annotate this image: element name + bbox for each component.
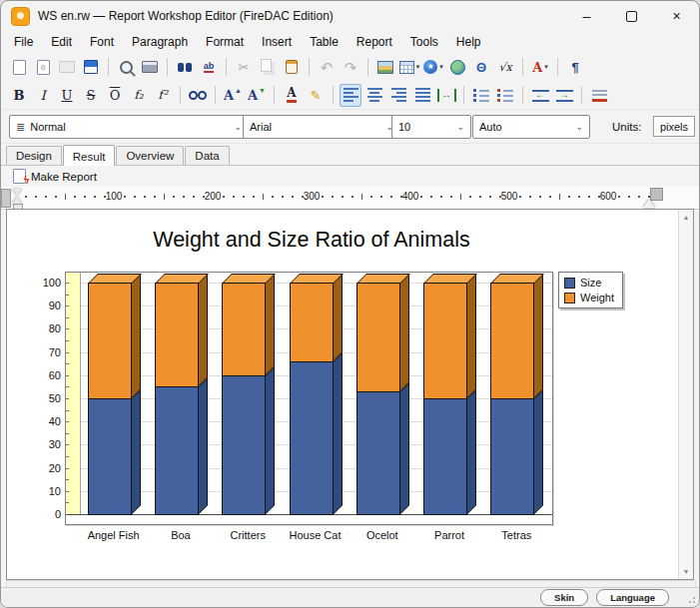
ruler-tick <box>539 196 541 198</box>
font-combo[interactable]: Arial ⌄ <box>243 115 400 139</box>
outdent-icon[interactable]: ← <box>529 84 551 107</box>
paste-icon[interactable] <box>281 56 303 79</box>
ruler-tick <box>489 196 491 198</box>
style-combo[interactable]: ≣ Normal ⌄ <box>9 115 249 139</box>
vertical-scrollbar[interactable]: ▲ ▼ <box>678 210 693 579</box>
superscript-icon[interactable]: f² <box>152 84 174 107</box>
menu-report[interactable]: Report <box>348 33 401 51</box>
menu-table[interactable]: Table <box>301 33 348 51</box>
insert-image-icon[interactable] <box>374 56 396 79</box>
insert-table-icon[interactable]: ▾ <box>398 56 420 79</box>
ruler-tick <box>460 194 461 200</box>
insert-formula-icon[interactable]: √x <box>494 56 516 79</box>
redo-icon: ↷ <box>345 60 357 75</box>
insert-shape-icon[interactable]: ★▾ <box>422 56 444 79</box>
font-color-icon[interactable]: A <box>281 84 303 107</box>
ruler-tick <box>440 196 442 198</box>
horizontal-rule-icon[interactable] <box>588 84 610 107</box>
menu-insert[interactable]: Insert <box>253 33 301 51</box>
align-right-icon[interactable] <box>387 84 409 107</box>
spacing-icon: ↔ <box>437 89 456 102</box>
insert-symbol-icon[interactable]: Θ <box>470 56 492 79</box>
spacing-icon[interactable]: ↔ <box>435 84 457 107</box>
glasses-icon[interactable] <box>187 84 209 107</box>
align-center-icon[interactable] <box>363 84 385 107</box>
make-report-icon: ϟ <box>13 169 26 184</box>
menu-format[interactable]: Format <box>197 33 253 51</box>
menu-edit[interactable]: Edit <box>42 33 81 51</box>
ruler-tick <box>282 196 284 198</box>
skin-button[interactable]: Skin <box>540 589 588 606</box>
replace-icon[interactable]: ab <box>198 56 220 79</box>
bold-icon[interactable]: B <box>8 84 30 107</box>
maximize-icon <box>626 11 637 22</box>
legend-label: Size <box>580 277 601 289</box>
bar-side-face <box>533 389 543 515</box>
outdent-icon: ← <box>532 89 549 102</box>
ruler-tick <box>499 196 501 198</box>
toolbar-separator <box>367 58 368 76</box>
tab-result[interactable]: Result <box>63 145 116 166</box>
units-value[interactable]: pixels <box>653 116 695 137</box>
ruler-tick <box>559 194 560 200</box>
highlight-icon[interactable]: ✎ <box>305 84 327 107</box>
ruler-tick <box>479 196 481 198</box>
chevron-down-icon: ⌄ <box>575 122 583 132</box>
shrink-font-icon[interactable]: A▼ <box>246 84 268 107</box>
numbered-list-icon[interactable] <box>494 84 516 107</box>
subscript-icon[interactable]: f₂ <box>128 84 150 107</box>
align-left-icon[interactable] <box>340 84 361 107</box>
first-line-indent-marker[interactable] <box>12 189 22 196</box>
horizontal-rule-icon <box>592 89 607 102</box>
print-preview-icon[interactable] <box>115 56 137 79</box>
bullet-list-icon[interactable] <box>470 84 492 107</box>
save-icon[interactable] <box>80 56 102 79</box>
left-indent-marker[interactable] <box>12 197 22 204</box>
lightning-icon: ϟ <box>24 176 29 186</box>
dropdown-arrow-icon: ▾ <box>439 63 443 71</box>
find-icon[interactable] <box>174 56 196 79</box>
make-report-button[interactable]: ϟ Make Report <box>8 168 102 185</box>
y-axis-label: 0 <box>17 508 61 520</box>
tab-data[interactable]: Data <box>185 146 229 165</box>
menu-font[interactable]: Font <box>81 33 123 51</box>
ruler-tick <box>45 196 47 198</box>
underline-icon[interactable]: U <box>56 84 78 107</box>
ruler-tick <box>361 194 362 200</box>
language-button[interactable]: Language <box>596 589 669 606</box>
hyperlink-icon[interactable] <box>446 56 468 79</box>
replace-icon: ab <box>204 62 215 73</box>
italic-icon[interactable]: I <box>32 84 54 107</box>
tab-design[interactable]: Design <box>6 146 62 165</box>
insert-symbol-icon: Θ <box>476 61 486 74</box>
bar-segment <box>222 375 266 515</box>
chevron-down-icon: ⌄ <box>234 122 242 132</box>
maximize-button[interactable] <box>609 1 654 31</box>
justify-icon[interactable] <box>411 84 433 107</box>
indent-icon[interactable]: → <box>553 84 575 107</box>
print-icon[interactable] <box>139 56 161 79</box>
minimize-button[interactable]: – <box>564 1 609 31</box>
font-size-combo[interactable]: 10 ⌄ <box>391 115 471 139</box>
scroll-up-icon[interactable]: ▲ <box>679 214 693 221</box>
hyperlink-icon <box>450 60 465 75</box>
font-dialog-icon[interactable]: A▾ <box>529 56 551 79</box>
formatting-marks-icon[interactable]: ¶ <box>564 56 586 79</box>
overline-icon[interactable]: O <box>104 84 126 107</box>
zoom-combo[interactable]: Auto ⌄ <box>472 115 590 139</box>
grow-font-icon[interactable]: A▲ <box>222 84 244 107</box>
menu-file[interactable]: File <box>5 33 42 51</box>
menu-paragraph[interactable]: Paragraph <box>123 33 197 51</box>
tab-overview[interactable]: Overview <box>116 146 184 165</box>
new-from-template-icon[interactable]: {} <box>32 56 54 79</box>
menu-help[interactable]: Help <box>447 33 490 51</box>
strikethrough-icon[interactable]: S <box>80 84 102 107</box>
grow-font-icon-arrow: ▲ <box>235 87 242 94</box>
close-button[interactable]: × <box>654 1 699 31</box>
resize-grip[interactable] <box>686 594 696 604</box>
menu-tools[interactable]: Tools <box>401 33 447 51</box>
new-document-icon[interactable] <box>8 56 30 79</box>
right-indent-marker[interactable] <box>643 199 655 208</box>
y-axis-label: 50 <box>17 392 61 404</box>
scroll-down-icon[interactable]: ▼ <box>679 568 693 575</box>
